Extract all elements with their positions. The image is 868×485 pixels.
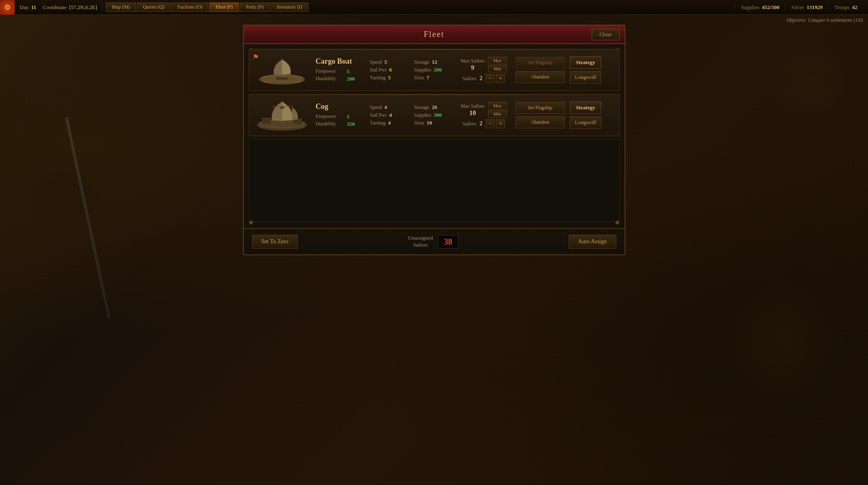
- sailors-increase-1[interactable]: +: [496, 119, 505, 128]
- ship-row-cog: Cog Firepower 5 Durability 350 Speed 4: [249, 94, 620, 136]
- strategy-btn-0[interactable]: Strategy: [570, 56, 602, 69]
- sailors-increase-0[interactable]: +: [496, 74, 505, 83]
- max-sailors-value-1: 10: [461, 109, 484, 117]
- abandon-btn-1[interactable]: Abandon: [516, 116, 565, 128]
- durability-label-0: Durability: [316, 76, 345, 82]
- sailpwr-value-0: 6: [389, 67, 392, 73]
- bg-decor-right-2: [720, 279, 843, 403]
- cargo-boat-durability-row: Durability 200: [316, 76, 365, 82]
- sailors-decrease-0[interactable]: −: [486, 74, 495, 83]
- unassigned-section: UnassignedSailors 38: [408, 235, 458, 249]
- min-btn-1[interactable]: Min: [488, 110, 507, 118]
- cog-right-btns: Strategy Longwolf: [570, 102, 602, 129]
- dialog-title-bar: Fleet Close: [244, 25, 625, 44]
- nav-inventory[interactable]: Inventory (I): [271, 2, 308, 12]
- speed-label-0: Speed: [370, 59, 382, 65]
- cargo-boat-sailors-section: Max Sailors 9 Max Min Sailors 2: [457, 57, 511, 83]
- unassigned-value: 38: [438, 235, 458, 249]
- svg-line-10: [271, 106, 293, 107]
- cog-name-section: Cog Firepower 5 Durability 350: [316, 102, 365, 128]
- set-flagship-btn-0[interactable]: Set Flagship: [516, 57, 565, 69]
- nav-fleet[interactable]: Fleet (F): [209, 2, 239, 12]
- max-sailors-label-1: Max Sailors: [461, 103, 484, 109]
- set-flagship-btn-1[interactable]: Set Flagship: [516, 102, 565, 114]
- nav-factions[interactable]: Factions (O): [171, 2, 208, 12]
- sailors-value-0: 2: [479, 75, 482, 82]
- supplies-stat-label-0: Supplies: [414, 67, 431, 73]
- fleet-dialog: Fleet Close ◆ ◆ ⚑: [243, 25, 625, 255]
- ship-row-cargo-boat: ⚑: [249, 49, 620, 91]
- slots-label-1: Slots: [414, 120, 424, 126]
- turning-value-0: 5: [388, 74, 391, 81]
- nav-quests[interactable]: Quests (Q): [137, 2, 171, 12]
- sailors-label-1: Sailors: [463, 121, 476, 127]
- svg-rect-3: [276, 77, 288, 80]
- ship-name-btn-1[interactable]: Longwolf: [570, 116, 602, 129]
- set-to-zero-btn[interactable]: Set To Zero: [252, 235, 298, 249]
- max-sailors-label-0: Max Sailors: [461, 58, 484, 64]
- slots-pair-1: Slots 10: [414, 120, 452, 126]
- firepower-value-0: 5: [347, 68, 350, 75]
- storage-pair-1: Storage 26: [414, 104, 452, 111]
- speed-pair-0: Speed 5: [370, 59, 408, 65]
- close-button[interactable]: Close: [592, 29, 620, 40]
- troops-label: Troops: [835, 4, 849, 11]
- content-inner: ◆ ◆ ⚑: [249, 49, 620, 223]
- firepower-label-1: Firepower: [316, 113, 345, 120]
- max-min-btns-1: Max Min: [488, 102, 507, 118]
- ship-name-btn-0[interactable]: Longwolf: [570, 71, 602, 83]
- sailors-controls-1: − +: [486, 119, 505, 128]
- max-sailors-block-1: Max Sailors 10 Max Min: [461, 102, 507, 118]
- silver-value: 131929: [807, 4, 823, 11]
- sailpwr-pair-1: Sail Pwr 4: [370, 112, 408, 118]
- cargo-boat-action-btns: Set Flagship Abandon: [516, 57, 565, 83]
- cargo-boat-stats-grid: Speed 5 Storage 12 Sail Pwr 6 Supplies 2…: [370, 59, 452, 81]
- corner-br-dec: ◆: [615, 219, 620, 226]
- auto-assign-btn[interactable]: Auto Assign: [569, 235, 616, 249]
- firepower-label-0: Firepower: [316, 68, 345, 74]
- cargo-boat-image: [253, 53, 311, 86]
- max-sailors-row-1: Max Sailors 10 Max Min: [461, 102, 507, 118]
- max-btn-0[interactable]: Max: [488, 57, 507, 64]
- cargo-boat-right-btns: Strategy Longwolf: [570, 56, 602, 83]
- cargo-boat-firepower-row: Firepower 5: [316, 68, 365, 75]
- durability-value-0: 200: [347, 76, 355, 82]
- corner-bl-dec: ◆: [249, 219, 253, 226]
- cog-durability-row: Durability 350: [316, 121, 365, 127]
- min-btn-0[interactable]: Min: [488, 65, 507, 72]
- turning-label-0: Turning: [370, 75, 386, 81]
- speed-value-1: 4: [384, 104, 387, 111]
- cog-name: Cog: [316, 102, 365, 111]
- cog-svg: [255, 99, 309, 132]
- cargo-boat-name: Cargo Boat: [316, 57, 365, 66]
- supplies-pair-0: Supplies 200: [414, 67, 452, 73]
- bg-decor-right-1: [769, 41, 852, 123]
- abandon-btn-0[interactable]: Abandon: [516, 71, 565, 83]
- sailors-full-row-0: Sailors 2 − +: [463, 74, 505, 83]
- empty-fleet-area: [249, 139, 620, 222]
- cog-action-btns: Set Flagship Abandon: [516, 102, 565, 128]
- max-btn-1[interactable]: Max: [488, 102, 507, 109]
- silver-label: Silver: [792, 4, 804, 11]
- objective-text: Objective: Conquer 6 settlements (1/6): [786, 17, 863, 23]
- bg-decor-2: [16, 156, 107, 230]
- dialog-footer: Set To Zero UnassignedSailors 38 Auto As…: [244, 228, 625, 254]
- day-value: 11: [31, 4, 36, 11]
- firepower-value-1: 5: [347, 113, 350, 120]
- sailors-controls-0: − +: [486, 74, 505, 83]
- storage-label-1: Storage: [414, 104, 430, 111]
- sailors-decrease-1[interactable]: −: [486, 119, 495, 128]
- supplies-stat-label-1: Supplies: [414, 112, 431, 118]
- slots-value-1: 10: [427, 120, 432, 126]
- cargo-boat-svg: [255, 55, 309, 85]
- turning-value-1: 4: [388, 120, 391, 126]
- nav-map[interactable]: Map (M): [106, 2, 136, 12]
- svg-rect-6: [262, 118, 271, 124]
- supplies-value: 452/500: [762, 4, 780, 11]
- storage-value-1: 26: [432, 104, 437, 111]
- topbar: ⚙ Day 11 Coordinate [57.2N,6.2E] Map (M)…: [0, 0, 868, 15]
- supplies-stat-value-1: 300: [434, 112, 442, 118]
- storage-pair-0: Storage 12: [414, 59, 452, 65]
- strategy-btn-1[interactable]: Strategy: [570, 102, 602, 114]
- nav-party[interactable]: Party (P): [240, 2, 270, 12]
